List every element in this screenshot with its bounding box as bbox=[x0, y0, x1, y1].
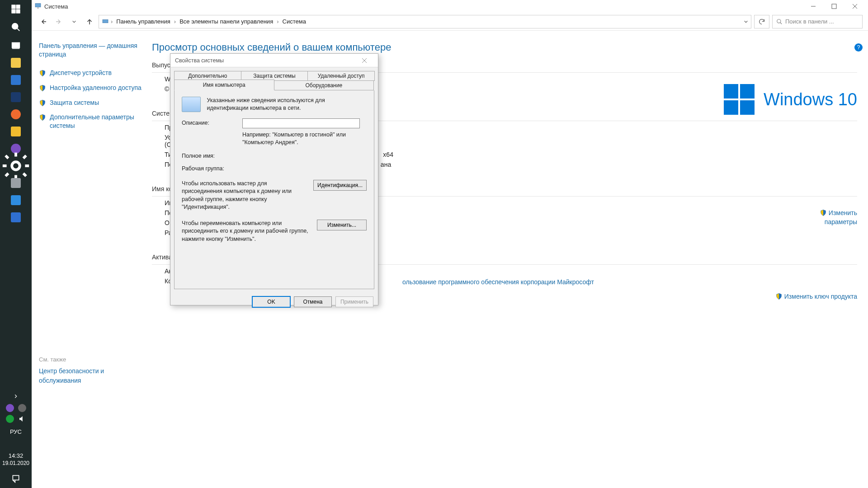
tray-cloud-icon[interactable] bbox=[18, 404, 26, 412]
system-window: Система › Панель управления › Все элемен… bbox=[32, 0, 868, 488]
breadcrumb-sep: › bbox=[172, 18, 178, 25]
refresh-icon bbox=[758, 18, 765, 25]
sidebar-task-label: Защита системы bbox=[50, 99, 99, 107]
ok-button[interactable]: OK bbox=[252, 296, 290, 307]
identify-text: Чтобы использовать мастер для присоедине… bbox=[182, 180, 308, 211]
tab-hardware[interactable]: Оборудование bbox=[274, 80, 374, 90]
dialog-tabs: Дополнительно Защита системы Удаленный д… bbox=[174, 71, 374, 90]
arrow-left-icon bbox=[39, 18, 47, 26]
tab-computer-name[interactable]: Имя компьютера bbox=[174, 80, 274, 90]
minimize-button[interactable] bbox=[803, 0, 824, 13]
address-bar[interactable]: › Панель управления › Все элементы панел… bbox=[99, 15, 751, 28]
cancel-button[interactable]: Отмена bbox=[294, 296, 332, 307]
tab-remote[interactable]: Удаленный доступ bbox=[307, 71, 375, 81]
language-indicator[interactable]: РУС bbox=[0, 428, 32, 435]
sidebar-task-label: Дополнительные параметры системы bbox=[50, 113, 142, 130]
sidebar-task-advanced[interactable]: Дополнительные параметры системы bbox=[39, 113, 142, 130]
change-settings-label-2: параметры bbox=[825, 218, 857, 225]
window-title: Система bbox=[44, 3, 68, 10]
dialog-close-button[interactable] bbox=[355, 54, 373, 67]
tray-sound-icon[interactable] bbox=[18, 415, 26, 424]
minimize-icon bbox=[811, 4, 816, 9]
windows-logo-text: Windows 10 bbox=[764, 90, 857, 109]
window-icon bbox=[34, 2, 42, 11]
sidebar-task-protection[interactable]: Защита системы bbox=[39, 99, 142, 107]
taskview-button[interactable] bbox=[0, 36, 32, 54]
tray-row-2 bbox=[0, 413, 32, 426]
taskbar-app-firefox[interactable] bbox=[0, 106, 32, 123]
windows-logo-tiles bbox=[724, 84, 755, 115]
clock-date[interactable]: 19.01.2020 bbox=[0, 460, 32, 466]
shield-icon bbox=[39, 99, 46, 107]
taskbar-app-remote[interactable] bbox=[0, 71, 32, 89]
svg-line-5 bbox=[17, 28, 20, 31]
taskbar-app-generic[interactable] bbox=[0, 209, 32, 226]
search-box[interactable]: Поиск в панели ... bbox=[772, 15, 863, 28]
svg-rect-11 bbox=[35, 3, 41, 7]
help-button[interactable]: ? bbox=[854, 43, 863, 52]
dialog-title: Свойства системы bbox=[175, 57, 224, 64]
breadcrumb-0[interactable]: Панель управления bbox=[114, 18, 172, 25]
see-also-security-link[interactable]: Центр безопасности и обслуживания bbox=[39, 366, 142, 385]
tray-overflow-button[interactable] bbox=[0, 390, 32, 403]
change-row: Чтобы переименовать компьютер или присое… bbox=[182, 220, 367, 244]
taskbar-app-explorer[interactable] bbox=[0, 54, 32, 71]
taskview-icon bbox=[11, 40, 21, 50]
svg-rect-14 bbox=[832, 4, 836, 9]
nav-forward-button[interactable] bbox=[52, 15, 65, 28]
chevron-down-icon[interactable] bbox=[744, 19, 748, 24]
windows-icon bbox=[11, 4, 21, 14]
description-input[interactable] bbox=[242, 118, 360, 128]
description-hint: Например: "Компьютер в гостиной" или "Ко… bbox=[242, 131, 360, 146]
shield-icon bbox=[775, 293, 783, 300]
nav-recent-button[interactable] bbox=[68, 15, 80, 28]
arrow-up-icon bbox=[85, 18, 94, 26]
clock-time[interactable]: 14:32 bbox=[0, 452, 32, 459]
taskbar-app-disk[interactable] bbox=[0, 89, 32, 106]
shield-icon bbox=[820, 209, 827, 216]
tray-torrent-icon[interactable] bbox=[6, 415, 14, 423]
dialog-button-row: OK Отмена Применить bbox=[170, 293, 378, 311]
svg-point-4 bbox=[12, 23, 18, 29]
taskbar-app-media[interactable] bbox=[0, 123, 32, 140]
svg-rect-12 bbox=[37, 8, 39, 8]
breadcrumb-2[interactable]: Система bbox=[281, 18, 308, 25]
sidebar-task-device-manager[interactable]: Диспетчер устройств bbox=[39, 69, 142, 77]
svg-line-22 bbox=[780, 22, 782, 24]
notifications-button[interactable] bbox=[0, 469, 32, 488]
sidebar-home-link[interactable]: Панель управления — домашняя страница bbox=[39, 42, 142, 59]
licence-terms-link[interactable]: ользование программного обеспечения корп… bbox=[402, 278, 594, 286]
breadcrumb-1[interactable]: Все элементы панели управления bbox=[178, 18, 275, 25]
sidebar-task-label: Настройка удаленного доступа bbox=[50, 84, 142, 92]
change-settings-link[interactable]: Изменить параметры bbox=[820, 209, 857, 225]
change-product-key-link[interactable]: Изменить ключ продукта bbox=[775, 293, 857, 300]
change-text: Чтобы переименовать компьютер или присое… bbox=[182, 220, 311, 244]
tray-viber-icon[interactable] bbox=[6, 404, 14, 412]
window-body: Панель управления — домашняя страница Ди… bbox=[32, 31, 868, 488]
taskbar-app-monitor[interactable] bbox=[0, 192, 32, 209]
sidebar-task-remote[interactable]: Настройка удаленного доступа bbox=[39, 84, 142, 92]
identify-button[interactable]: Идентификация... bbox=[313, 180, 367, 191]
svg-rect-10 bbox=[13, 475, 19, 480]
taskbar-app-devices[interactable] bbox=[0, 174, 32, 192]
shield-icon bbox=[39, 70, 46, 77]
nav-back-button[interactable] bbox=[37, 15, 50, 28]
taskbar-app-settings[interactable] bbox=[0, 157, 32, 174]
arch-tail: x64 bbox=[383, 151, 393, 158]
taskbar-search-button[interactable] bbox=[0, 18, 32, 36]
maximize-button[interactable] bbox=[824, 0, 844, 13]
close-icon bbox=[852, 4, 858, 9]
search-icon bbox=[776, 19, 783, 25]
refresh-button[interactable] bbox=[754, 15, 769, 28]
notifications-icon bbox=[11, 474, 20, 483]
svg-point-8 bbox=[12, 162, 20, 170]
chevron-right-icon bbox=[13, 393, 19, 399]
apply-button[interactable]: Применить bbox=[335, 296, 373, 307]
close-button[interactable] bbox=[844, 0, 865, 13]
change-button[interactable]: Изменить... bbox=[317, 220, 367, 230]
start-button[interactable] bbox=[0, 0, 32, 18]
taskbar: РУС 14:32 19.01.2020 bbox=[0, 0, 32, 488]
nav-up-button[interactable] bbox=[83, 15, 96, 28]
breadcrumb-sep: › bbox=[275, 18, 280, 25]
page-title: Просмотр основных сведений о вашем компь… bbox=[152, 42, 857, 53]
